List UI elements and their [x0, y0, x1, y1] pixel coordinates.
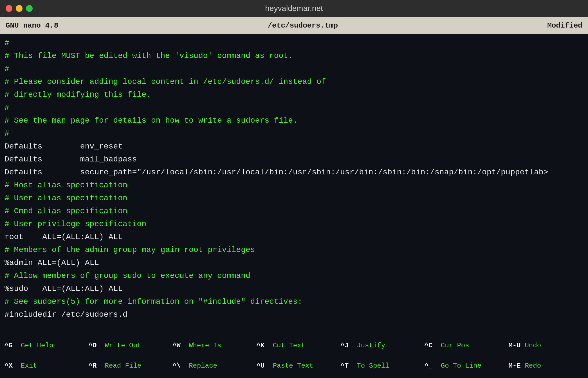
- footer-key: ^O: [89, 342, 103, 349]
- footer-item: ^TTo Spell: [336, 356, 420, 376]
- footer-label: Replace: [189, 362, 217, 370]
- editor-line: #includedir /etc/sudoers.d: [5, 308, 583, 321]
- editor-line: %admin ALL=(ALL) ALL: [5, 256, 583, 269]
- footer-item: ^JJustify: [336, 336, 420, 356]
- minimize-button[interactable]: [16, 5, 23, 12]
- editor-area[interactable]: ## This file MUST be edited with the 'vi…: [0, 34, 588, 333]
- editor-line: #: [5, 127, 583, 140]
- footer-key: ^K: [257, 342, 271, 349]
- footer-label: Redo: [525, 362, 541, 370]
- footer-key: M-E: [508, 362, 522, 370]
- modified-status: Modified: [547, 21, 582, 30]
- editor-line: #: [5, 62, 583, 75]
- footer-item: M-ERedo: [504, 356, 588, 376]
- footer-item: ^RRead File: [84, 356, 168, 376]
- editor-line: # User alias specification: [5, 192, 583, 205]
- traffic-lights: [6, 5, 33, 12]
- nano-header: GNU nano 4.8 /etc/sudoers.tmp Modified: [0, 17, 588, 34]
- footer-item: ^KCut Text: [252, 336, 336, 356]
- footer-key: ^R: [89, 362, 103, 370]
- footer-key: ^W: [172, 342, 187, 349]
- editor-line: # Allow members of group sudo to execute…: [5, 269, 583, 282]
- footer-key: ^\: [172, 362, 187, 370]
- titlebar: heyvaldemar.net: [0, 0, 588, 17]
- footer-item: ^WWhere Is: [168, 336, 252, 356]
- footer-label: Cut Text: [273, 342, 305, 349]
- footer-key: ^T: [340, 362, 354, 370]
- footer-item: M-UUndo: [504, 336, 588, 356]
- nano-version: GNU nano 4.8: [6, 21, 58, 30]
- footer-key: ^_: [425, 362, 439, 370]
- footer-label: Undo: [525, 342, 541, 349]
- footer-label: Exit: [21, 362, 37, 370]
- footer-label: Cur Pos: [441, 342, 469, 349]
- nano-footer: ^GGet Help^OWrite Out^WWhere Is^KCut Tex…: [0, 333, 588, 378]
- editor-line: # Members of the admin group may gain ro…: [5, 244, 583, 256]
- footer-key: ^C: [425, 342, 439, 349]
- editor-line: # This file MUST be edited with the 'vis…: [5, 50, 583, 62]
- footer-item: ^\Replace: [168, 356, 252, 376]
- editor-line: %sudo ALL=(ALL:ALL) ALL: [5, 282, 583, 295]
- footer-label: Paste Text: [273, 362, 313, 370]
- footer-key: ^J: [340, 342, 354, 349]
- editor-line: Defaults secure_path="/usr/local/sbin:/u…: [5, 166, 583, 179]
- footer-item: ^UPaste Text: [252, 356, 336, 376]
- footer-item: ^CCur Pos: [420, 336, 504, 356]
- footer-key: ^X: [5, 362, 19, 370]
- editor-line: Defaults env_reset: [5, 140, 583, 153]
- editor-line: # Cmnd alias specification: [5, 205, 583, 218]
- file-path: /etc/sudoers.tmp: [268, 21, 338, 30]
- window-title: heyvaldemar.net: [265, 4, 323, 13]
- editor-line: root ALL=(ALL:ALL) ALL: [5, 231, 583, 244]
- maximize-button[interactable]: [26, 5, 33, 12]
- editor-line: # Host alias specification: [5, 179, 583, 192]
- footer-item: ^OWrite Out: [84, 336, 168, 356]
- footer-key: ^U: [257, 362, 271, 370]
- footer-label: Go To Line: [441, 362, 481, 370]
- editor-line: # directly modifying this file.: [5, 88, 583, 101]
- editor-line: Defaults mail_badpass: [5, 153, 583, 166]
- footer-label: Write Out: [105, 342, 142, 349]
- footer-label: Justify: [357, 342, 385, 349]
- editor-line: # User privilege specification: [5, 218, 583, 231]
- footer-item: ^XExit: [0, 356, 84, 376]
- editor-line: #: [5, 37, 583, 50]
- footer-label: To Spell: [357, 362, 389, 370]
- footer-item: ^GGet Help: [0, 336, 84, 356]
- footer-label: Read File: [105, 362, 142, 370]
- footer-key: ^G: [5, 342, 19, 349]
- editor-line: #: [5, 101, 583, 114]
- close-button[interactable]: [6, 5, 12, 12]
- footer-item: ^_Go To Line: [420, 356, 504, 376]
- editor-line: # Please consider adding local content i…: [5, 75, 583, 88]
- editor-line: # See the man page for details on how to…: [5, 114, 583, 127]
- footer-label: Get Help: [21, 342, 53, 349]
- editor-line: # See sudoers(5) for more information on…: [5, 295, 583, 308]
- footer-key: M-U: [508, 342, 522, 349]
- footer-label: Where Is: [189, 342, 221, 349]
